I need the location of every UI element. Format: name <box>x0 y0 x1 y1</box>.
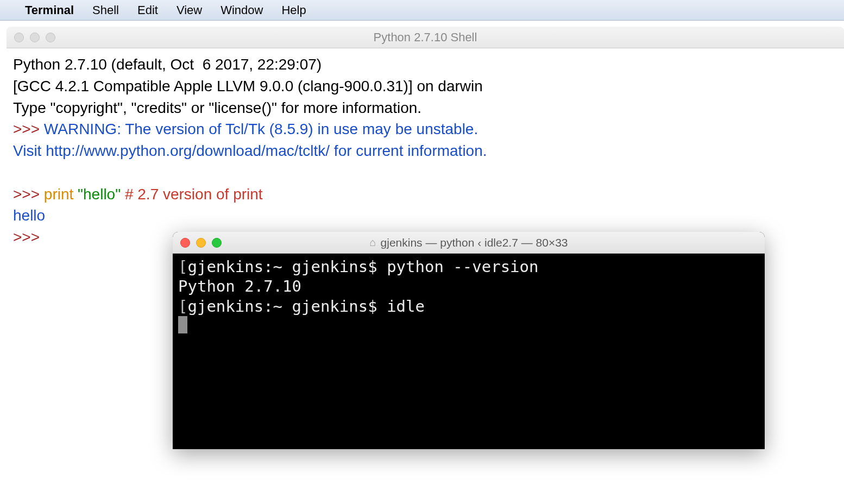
idle-shell-content[interactable]: Python 2.7.10 (default, Oct 6 2017, 22:2… <box>7 48 844 254</box>
terminal-cursor <box>178 316 187 333</box>
terminal-window-title: ⌂ gjenkins — python ‹ idle2.7 — 80×33 <box>173 236 765 249</box>
zoom-icon[interactable] <box>212 238 222 248</box>
terminal-output: Python 2.7.10 <box>178 277 301 295</box>
close-icon[interactable] <box>180 238 190 248</box>
terminal-title-sep: — <box>518 236 536 249</box>
menubar-item-edit[interactable]: Edit <box>137 3 158 17</box>
menubar-item-view[interactable]: View <box>177 3 202 17</box>
idle-banner-line1: Python 2.7.10 (default, Oct 6 2017, 22:2… <box>13 56 326 73</box>
idle-output: hello <box>13 207 45 224</box>
terminal-window: ⌂ gjenkins — python ‹ idle2.7 — 80×33 [g… <box>173 232 765 449</box>
terminal-traffic-lights <box>173 238 222 248</box>
idle-banner-line3: Type "copyright", "credits" or "license(… <box>13 99 421 116</box>
idle-visit-suffix: for current information. <box>330 142 487 159</box>
terminal-prompt: gjenkins:~ gjenkins$ <box>187 257 387 276</box>
zoom-icon[interactable] <box>46 33 55 42</box>
idle-titlebar[interactable]: Python 2.7.10 Shell <box>7 27 844 48</box>
menubar-item-shell[interactable]: Shell <box>92 3 119 17</box>
minimize-icon[interactable] <box>30 33 40 42</box>
idle-visit-prefix: Visit <box>13 142 46 159</box>
macos-menubar: Terminal Shell Edit View Window Help <box>0 0 844 21</box>
idle-warning-text: WARNING: The version of Tcl/Tk (8.5.9) i… <box>44 121 478 137</box>
minimize-icon[interactable] <box>196 238 206 248</box>
idle-print-comment: # 2.7 version of print <box>125 186 263 203</box>
terminal-prompt: gjenkins:~ gjenkins$ <box>187 297 387 316</box>
terminal-command: python --version <box>387 257 538 276</box>
close-icon[interactable] <box>14 33 24 42</box>
terminal-bracket-icon: [ <box>178 257 187 276</box>
terminal-titlebar[interactable]: ⌂ gjenkins — python ‹ idle2.7 — 80×33 <box>173 232 765 254</box>
terminal-title-process: python ‹ idle2.7 <box>440 236 518 249</box>
idle-window-title: Python 2.7.10 Shell <box>7 30 844 45</box>
terminal-command: idle <box>387 297 425 316</box>
menubar-item-help[interactable]: Help <box>281 3 306 17</box>
terminal-title-sep: — <box>423 236 440 249</box>
terminal-title-user: gjenkins <box>381 236 423 249</box>
idle-prompt: >>> <box>13 229 44 245</box>
terminal-title-size: 80×33 <box>536 236 568 249</box>
idle-prompt: >>> <box>13 121 44 137</box>
idle-print-string: "hello" <box>78 186 121 203</box>
idle-window: Python 2.7.10 Shell Python 2.7.10 (defau… <box>7 27 844 254</box>
idle-print-keyword: print <box>44 186 73 203</box>
home-icon: ⌂ <box>369 236 376 249</box>
menubar-item-window[interactable]: Window <box>221 3 263 17</box>
idle-traffic-lights <box>7 33 55 42</box>
idle-banner-line2: [GCC 4.2.1 Compatible Apple LLVM 9.0.0 (… <box>13 78 483 94</box>
terminal-bracket-icon: [ <box>178 297 187 316</box>
menubar-app-name[interactable]: Terminal <box>25 3 74 17</box>
terminal-shell-content[interactable]: [gjenkins:~ gjenkins$ python --version P… <box>173 254 765 449</box>
idle-prompt: >>> <box>13 186 44 203</box>
idle-visit-link[interactable]: http://www.python.org/download/mac/tcltk… <box>46 142 330 159</box>
